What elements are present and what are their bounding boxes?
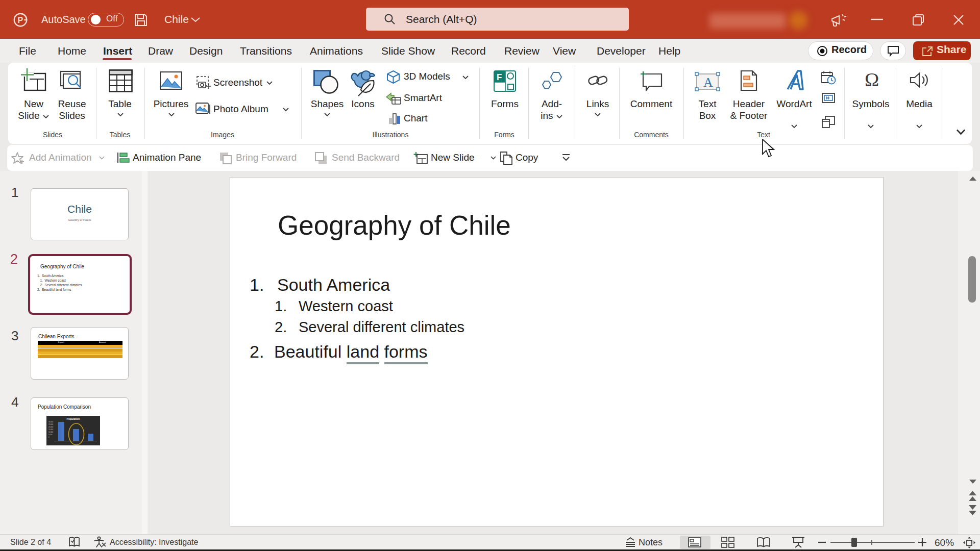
svg-text:F: F [497,72,502,82]
svg-text:P: P [18,16,23,24]
svg-text:A: A [703,75,713,90]
